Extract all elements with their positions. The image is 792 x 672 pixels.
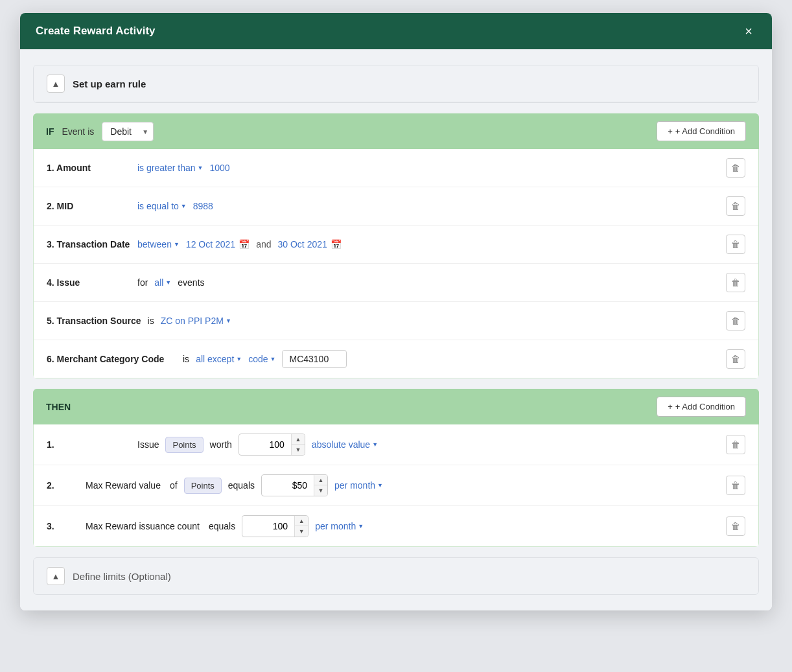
condition-row: 2. MID is equal to 8988 🗑 bbox=[34, 187, 758, 226]
then-count-spinners: ▲ ▼ bbox=[294, 516, 308, 537]
condition-4-label: 4. Issue bbox=[47, 277, 131, 288]
condition-3-and: and bbox=[256, 239, 271, 249]
then-count-up-button[interactable]: ▲ bbox=[295, 516, 308, 526]
condition-6-label: 6. Merchant Category Code bbox=[47, 354, 176, 364]
then-condition-1-delete-button[interactable]: 🗑 bbox=[726, 435, 745, 454]
condition-4-all-dropdown[interactable]: all bbox=[154, 277, 171, 288]
then-amount-input[interactable] bbox=[262, 476, 314, 494]
then-period-dropdown[interactable]: per month bbox=[334, 480, 383, 491]
then-condition-row: 2. Max Reward value of Points equals ▲ ▼… bbox=[34, 465, 758, 506]
then-worth-input-wrapper: ▲ ▼ bbox=[239, 434, 305, 456]
then-add-condition-label: + Add Condition bbox=[675, 402, 735, 411]
condition-6-delete-button[interactable]: 🗑 bbox=[726, 349, 745, 369]
condition-3-operator[interactable]: between bbox=[137, 239, 180, 249]
condition-1-label: 1. Amount bbox=[47, 163, 131, 173]
condition-4-delete-button[interactable]: 🗑 bbox=[726, 273, 745, 292]
condition-6-except-dropdown[interactable]: all except bbox=[196, 354, 242, 364]
then-condition-3-label: 3. bbox=[47, 521, 79, 531]
condition-2-value: 8988 bbox=[193, 201, 213, 211]
trash-icon: 🗑 bbox=[731, 239, 740, 249]
then-worth-input[interactable] bbox=[239, 435, 291, 454]
trash-icon: 🗑 bbox=[731, 277, 740, 288]
earn-rule-collapse-button[interactable]: ▲ bbox=[47, 75, 65, 93]
then-keyword: THEN bbox=[46, 402, 71, 412]
trash-icon: 🗑 bbox=[731, 201, 740, 211]
then-count-input-wrapper: ▲ ▼ bbox=[242, 515, 309, 537]
condition-3-date-to: 30 Oct 2021 📅 bbox=[278, 239, 342, 249]
then-condition-2-label: 2. bbox=[47, 480, 79, 491]
trash-icon: 🗑 bbox=[731, 480, 740, 491]
then-amount-up-button[interactable]: ▲ bbox=[314, 475, 327, 485]
then-worth-spinners: ▲ ▼ bbox=[291, 434, 305, 455]
condition-1-delete-button[interactable]: 🗑 bbox=[726, 158, 745, 178]
then-amount-input-wrapper: ▲ ▼ bbox=[261, 474, 328, 496]
condition-3-delete-button[interactable]: 🗑 bbox=[726, 235, 745, 254]
earn-rule-collapse-icon: ▲ bbox=[52, 79, 60, 89]
define-limits-collapse-button[interactable]: ▲ bbox=[47, 567, 65, 585]
modal-body: ▲ Set up earn rule IF Event is Debit Cre… bbox=[20, 49, 772, 610]
then-condition-1-number: 1. bbox=[47, 439, 131, 450]
condition-2-operator[interactable]: is equal to bbox=[137, 201, 187, 211]
then-condition-2-field: Max Reward value bbox=[86, 480, 161, 491]
trash-icon: 🗑 bbox=[731, 521, 740, 531]
condition-6-code-input[interactable] bbox=[282, 350, 347, 368]
then-condition-row: 3. Max Reward issuance count equals ▲ ▼ … bbox=[34, 506, 758, 546]
if-add-condition-plus: + bbox=[668, 126, 673, 136]
condition-5-delete-button[interactable]: 🗑 bbox=[726, 311, 745, 330]
if-add-condition-label: + Add Condition bbox=[675, 126, 735, 136]
then-block-header: THEN + + Add Condition bbox=[33, 389, 759, 424]
then-condition-3-field: Max Reward issuance count bbox=[86, 521, 200, 531]
trash-icon: 🗑 bbox=[731, 316, 740, 326]
if-block-left: IF Event is Debit Credit bbox=[46, 122, 154, 141]
modal-title: Create Reward Activity bbox=[36, 25, 156, 38]
condition-3-label: 3. Transaction Date bbox=[47, 239, 131, 249]
then-worth-text: worth bbox=[210, 439, 232, 450]
then-add-condition-button[interactable]: + + Add Condition bbox=[657, 397, 746, 417]
create-reward-modal: Create Reward Activity × ▲ Set up earn r… bbox=[20, 13, 772, 610]
then-count-down-button[interactable]: ▼ bbox=[295, 526, 308, 537]
then-condition-3-delete-button[interactable]: 🗑 bbox=[726, 516, 745, 536]
condition-1-operator[interactable]: is greater than bbox=[137, 163, 203, 173]
then-amount-down-button[interactable]: ▼ bbox=[314, 485, 327, 496]
then-value-type-dropdown[interactable]: absolute value bbox=[312, 439, 378, 450]
then-count-period-dropdown[interactable]: per month bbox=[315, 521, 364, 531]
define-limits-section: ▲ Define limits (Optional) bbox=[33, 557, 759, 595]
condition-3-date-from: 12 Oct 2021 📅 bbox=[186, 239, 250, 249]
then-condition-2-delete-button[interactable]: 🗑 bbox=[726, 476, 745, 495]
if-add-condition-button[interactable]: + + Add Condition bbox=[657, 121, 746, 141]
event-dropdown-wrapper[interactable]: Debit Credit bbox=[102, 122, 154, 141]
condition-5-source-dropdown[interactable]: ZC on PPI P2M bbox=[161, 316, 231, 326]
condition-5-is: is bbox=[148, 316, 154, 326]
condition-4-for: for bbox=[137, 277, 148, 288]
if-block-header: IF Event is Debit Credit + + Add Conditi… bbox=[33, 113, 759, 149]
then-conditions-list: 1. Issue Points worth ▲ ▼ absolute value bbox=[33, 424, 759, 547]
condition-row: 3. Transaction Date between 12 Oct 2021 … bbox=[34, 226, 758, 264]
condition-2-delete-button[interactable]: 🗑 bbox=[726, 196, 745, 216]
then-issue-text: Issue bbox=[137, 439, 159, 450]
then-worth-up-button[interactable]: ▲ bbox=[292, 434, 305, 445]
if-block: IF Event is Debit Credit + + Add Conditi… bbox=[33, 113, 759, 378]
date-from-text: 12 Oct 2021 bbox=[186, 239, 235, 249]
modal-close-button[interactable]: × bbox=[741, 23, 756, 39]
condition-1-value: 1000 bbox=[209, 163, 229, 173]
condition-row: 1. Amount is greater than 1000 🗑 bbox=[34, 149, 758, 187]
then-worth-down-button[interactable]: ▼ bbox=[292, 445, 305, 455]
then-count-input[interactable] bbox=[242, 517, 294, 535]
condition-6-code-dropdown[interactable]: code bbox=[248, 354, 275, 364]
event-select[interactable]: Debit Credit bbox=[102, 122, 154, 141]
then-condition-2-of: of bbox=[170, 480, 178, 491]
earn-rule-section: ▲ Set up earn rule bbox=[33, 65, 759, 103]
define-limits-header: ▲ Define limits (Optional) bbox=[34, 558, 758, 594]
earn-rule-header: ▲ Set up earn rule bbox=[34, 65, 758, 102]
condition-4-events: events bbox=[178, 277, 204, 288]
then-amount-spinners: ▲ ▼ bbox=[314, 475, 327, 496]
condition-5-label: 5. Transaction Source bbox=[47, 316, 141, 326]
condition-2-label: 2. MID bbox=[47, 201, 131, 211]
then-points-badge: Points bbox=[165, 437, 203, 453]
define-limits-title: Define limits (Optional) bbox=[73, 571, 171, 582]
if-conditions-list: 1. Amount is greater than 1000 🗑 2. MID bbox=[33, 149, 759, 378]
then-condition-3-equals: equals bbox=[209, 521, 235, 531]
then-condition-2-equals: equals bbox=[228, 480, 255, 491]
then-block: THEN + + Add Condition 1. Issue Points w… bbox=[33, 389, 759, 547]
then-condition-row: 1. Issue Points worth ▲ ▼ absolute value bbox=[34, 424, 758, 465]
